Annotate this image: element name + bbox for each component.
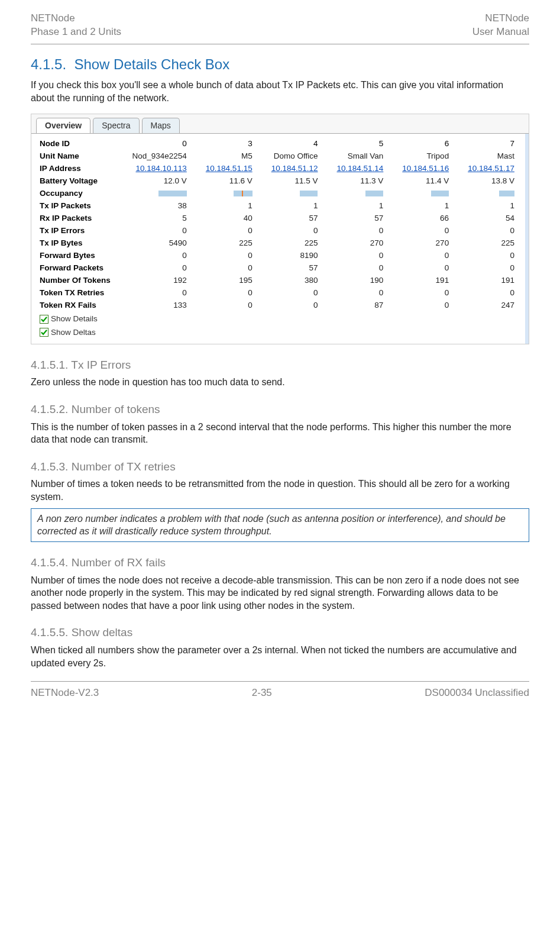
cell-value: 0 xyxy=(257,225,323,236)
subheading: 4.1.5.5. Show deltas xyxy=(31,625,529,640)
footer-rule xyxy=(31,681,529,682)
cell-value: 0 xyxy=(322,250,388,261)
cell-value: 0 xyxy=(454,250,519,261)
occupancy-cell xyxy=(454,191,519,196)
footer-version: NETNode-V2.3 xyxy=(31,686,99,700)
ip-link[interactable]: 10.184.51.15 xyxy=(206,164,253,173)
tab-overview[interactable]: Overview xyxy=(36,118,90,133)
node-id: 6 xyxy=(388,138,454,149)
show-details-checkbox[interactable] xyxy=(40,315,48,324)
cell-value: 1 xyxy=(257,201,323,211)
show-deltas-checkbox[interactable] xyxy=(40,328,48,337)
cell-value: 0 xyxy=(388,250,454,261)
footer-page-number: 2-35 xyxy=(252,686,272,700)
ip-cell: 10.184.10.113 xyxy=(126,163,192,174)
battery-voltage: 11.6 V xyxy=(192,176,257,186)
table-row: Unit Name Nod_934e2254M5Domo OfficeSmall… xyxy=(40,150,519,162)
footer-classification: DS000034 Unclassified xyxy=(425,686,529,700)
occupancy-cell xyxy=(126,191,192,196)
occupancy-bar xyxy=(158,191,187,196)
battery-voltage: 11.5 V xyxy=(257,176,323,186)
table-row: Token RX Fails 13300870247 xyxy=(40,299,519,311)
body-text: Number of times a token needs to be retr… xyxy=(31,478,529,503)
body-text: This is the number of token passes in a … xyxy=(31,421,529,446)
unit-name: Domo Office xyxy=(257,151,323,162)
network-table: Node ID 034567 Unit Name Nod_934e2254M5D… xyxy=(31,134,529,343)
table-row: Tx IP Errors 000000 xyxy=(40,224,519,237)
node-id: 5 xyxy=(322,138,388,149)
table-row: Number Of Tokens 192195380190191191 xyxy=(40,274,519,286)
cell-value: 0 xyxy=(257,288,323,298)
note-box: A non zero number indicates a problem wi… xyxy=(31,508,529,542)
battery-voltage: 11.3 V xyxy=(322,176,388,186)
table-row: Battery Voltage 12.0 V11.6 V11.5 V11.3 V… xyxy=(40,175,519,187)
occupancy-cell xyxy=(257,191,323,196)
cell-value: 38 xyxy=(126,201,192,211)
subheading: 4.1.5.1. Tx IP Errors xyxy=(31,357,529,373)
cell-value: 1 xyxy=(454,201,519,211)
ip-link[interactable]: 10.184.51.17 xyxy=(468,164,514,173)
ip-link[interactable]: 10.184.51.14 xyxy=(336,164,383,173)
table-row: Tx IP Packets 3811111 xyxy=(40,199,519,212)
cell-value: 87 xyxy=(322,300,388,311)
cell-value: 225 xyxy=(192,238,257,249)
occupancy-bar xyxy=(499,191,514,196)
battery-voltage: 12.0 V xyxy=(126,176,192,186)
cell-value: 225 xyxy=(454,238,519,249)
cell-value: 190 xyxy=(322,275,388,286)
show-deltas-label: Show Deltas xyxy=(51,327,96,338)
table-row: Token TX Retries 000000 xyxy=(40,286,519,299)
ip-link[interactable]: 10.184.10.113 xyxy=(135,164,186,173)
table-row: Forward Bytes 008190000 xyxy=(40,249,519,262)
battery-voltage: 11.4 V xyxy=(388,176,454,186)
occupancy-bar xyxy=(234,191,253,196)
show-details-label: Show Details xyxy=(51,314,98,324)
cell-value: 0 xyxy=(454,225,519,236)
ip-cell: 10.184.51.12 xyxy=(257,163,323,174)
cell-value: 0 xyxy=(192,300,257,311)
cell-value: 0 xyxy=(388,225,454,236)
unit-name: Nod_934e2254 xyxy=(126,151,192,162)
cell-value: 40 xyxy=(192,213,257,224)
body-text: When ticked all numbers show the paramet… xyxy=(31,644,529,669)
ip-cell: 10.184.51.15 xyxy=(192,163,257,174)
cell-value: 57 xyxy=(257,263,323,273)
occupancy-bar xyxy=(365,191,383,196)
cell-value: 1 xyxy=(192,201,257,211)
header-doc-type: User Manual xyxy=(472,25,529,39)
node-id: 0 xyxy=(126,138,192,149)
tab-maps[interactable]: Maps xyxy=(142,118,180,133)
ip-cell: 10.184.51.14 xyxy=(322,163,388,174)
cell-value: 247 xyxy=(454,300,519,311)
page-header: NETNode Phase 1 and 2 Units NETNode User… xyxy=(31,12,529,39)
cell-value: 191 xyxy=(388,275,454,286)
cell-value: 0 xyxy=(322,263,388,273)
subheading: 4.1.5.2. Number of tokens xyxy=(31,402,529,417)
node-id: 4 xyxy=(257,138,323,149)
tab-spectra[interactable]: Spectra xyxy=(93,118,139,133)
ip-link[interactable]: 10.184.51.16 xyxy=(402,164,449,173)
cell-value: 0 xyxy=(322,225,388,236)
table-row: IP Address 10.184.10.11310.184.51.1510.1… xyxy=(40,162,519,175)
occupancy-bar xyxy=(431,191,449,196)
table-row: Forward Packets 0057000 xyxy=(40,262,519,274)
table-row: Tx IP Bytes 5490225225270270225 xyxy=(40,237,519,249)
header-subtitle: Phase 1 and 2 Units xyxy=(31,25,121,39)
ip-link[interactable]: 10.184.51.12 xyxy=(271,164,318,173)
header-product-r: NETNode xyxy=(472,12,529,25)
occupancy-cell xyxy=(322,191,388,196)
unit-name: Small Van xyxy=(322,151,388,162)
subheading: 4.1.5.3. Number of TX retries xyxy=(31,459,529,475)
cell-value: 0 xyxy=(192,250,257,261)
cell-value: 270 xyxy=(322,238,388,249)
cell-value: 195 xyxy=(192,275,257,286)
occupancy-cell xyxy=(192,191,257,196)
intro-paragraph: If you check this box you'll see a whole… xyxy=(31,79,529,104)
body-text: Number of times the node does not receiv… xyxy=(31,574,529,612)
cell-value: 192 xyxy=(126,275,192,286)
node-id: 7 xyxy=(454,138,519,149)
header-rule xyxy=(31,44,529,44)
subheading: 4.1.5.4. Number of RX fails xyxy=(31,555,529,570)
unit-name: M5 xyxy=(192,151,257,162)
cell-value: 0 xyxy=(388,263,454,273)
